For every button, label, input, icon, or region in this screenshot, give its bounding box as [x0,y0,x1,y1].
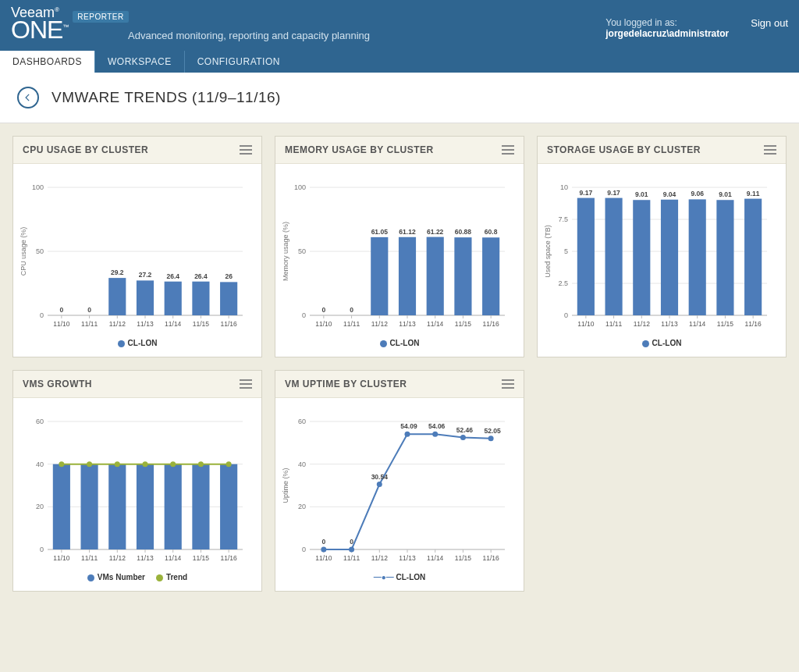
card-memory: MEMORY USAGE BY CLUSTER 050100Memory usa… [275,136,524,357]
signout-link[interactable]: Sign out [751,17,788,29]
legend-vms-1: VMs Number [98,573,145,581]
svg-text:11/15: 11/15 [717,320,734,328]
svg-text:52.46: 52.46 [456,426,474,434]
svg-point-177 [377,482,382,487]
svg-point-179 [405,432,410,437]
svg-rect-70 [482,237,499,315]
svg-text:60: 60 [36,418,44,425]
svg-text:26: 26 [225,272,233,280]
svg-text:30.54: 30.54 [371,473,389,481]
card-menu-memory[interactable] [502,145,514,155]
svg-text:5: 5 [564,247,568,255]
svg-text:0: 0 [59,306,63,314]
card-menu-cpu[interactable] [240,145,252,155]
svg-text:11/11: 11/11 [81,320,98,328]
svg-text:11/16: 11/16 [221,554,238,562]
card-title-vms: VMS GROWTH [23,379,92,389]
svg-text:0: 0 [350,538,353,546]
svg-point-181 [432,432,438,437]
svg-text:11/15: 11/15 [193,554,210,562]
tab-dashboards[interactable]: DASHBOARDS [0,51,95,73]
svg-text:11/11: 11/11 [343,320,360,328]
svg-text:0: 0 [40,546,44,553]
svg-text:100: 100 [294,183,306,191]
svg-text:61.05: 61.05 [371,228,389,236]
svg-text:9.01: 9.01 [635,190,648,198]
svg-text:9.06: 9.06 [691,190,704,197]
svg-text:11/13: 11/13 [399,320,416,328]
svg-text:0: 0 [321,538,325,546]
card-menu-storage[interactable] [764,145,776,155]
svg-rect-136 [81,464,98,549]
svg-text:20: 20 [298,503,306,510]
svg-text:11/16: 11/16 [483,320,500,328]
svg-text:50: 50 [36,247,44,255]
svg-text:Used space (TB): Used space (TB) [544,225,552,278]
svg-rect-135 [53,464,70,549]
title-bar: VMWARE TRENDS (11/9–11/16) [0,73,799,123]
svg-rect-110 [744,199,762,315]
card-menu-uptime[interactable] [502,379,514,389]
svg-text:29.2: 29.2 [111,268,124,276]
card-title-uptime: VM UPTIME BY CLUSTER [285,379,407,389]
svg-text:0: 0 [87,306,91,314]
svg-text:0: 0 [302,546,306,553]
svg-point-145 [143,461,148,467]
svg-text:0: 0 [321,306,325,314]
card-cpu: CPU USAGE BY CLUSTER 050100CPU usage (%)… [12,136,262,357]
svg-point-148 [226,461,232,467]
card-title-memory: MEMORY USAGE BY CLUSTER [285,144,434,155]
svg-text:9.01: 9.01 [719,190,732,198]
svg-text:0: 0 [302,311,306,319]
svg-text:50: 50 [298,247,306,255]
svg-text:9.17: 9.17 [580,189,593,197]
user-box: You logged in as: jorgedelacruz\administ… [605,17,788,39]
svg-text:CPU usage (%): CPU usage (%) [20,227,27,276]
svg-point-146 [170,461,176,467]
svg-text:0: 0 [40,311,44,319]
chart-uptime: 0204060Uptime (%)11/1011/1111/1211/1311/… [279,406,520,570]
svg-point-147 [198,461,204,467]
legend-cpu: CL-LON [128,339,158,347]
svg-rect-138 [137,464,154,549]
svg-point-143 [87,461,92,467]
svg-text:0: 0 [350,306,353,314]
svg-text:40: 40 [36,460,44,468]
back-button[interactable] [17,87,39,108]
svg-text:11/13: 11/13 [137,320,154,328]
svg-text:11/15: 11/15 [455,320,472,328]
reporter-badge: REPORTER [73,11,128,23]
svg-text:11/14: 11/14 [427,554,444,562]
svg-text:11/12: 11/12 [109,320,126,328]
svg-text:100: 100 [32,183,44,191]
card-menu-vms[interactable] [240,379,252,389]
svg-point-144 [115,461,120,467]
tab-workspace[interactable]: WORKSPACE [95,51,185,73]
svg-text:11/11: 11/11 [605,320,623,328]
svg-point-173 [321,547,326,553]
legend-memory: CL-LON [390,339,420,347]
svg-text:61.22: 61.22 [427,228,444,236]
svg-text:11/16: 11/16 [221,320,238,328]
svg-text:Uptime (%): Uptime (%) [282,468,289,503]
svg-text:11/14: 11/14 [165,320,182,328]
svg-text:11/16: 11/16 [483,554,500,562]
svg-text:11/11: 11/11 [343,554,360,562]
svg-text:27.2: 27.2 [139,271,152,279]
svg-text:2.5: 2.5 [558,279,568,287]
svg-text:9.11: 9.11 [747,190,760,197]
svg-text:11/14: 11/14 [427,320,444,328]
svg-text:60: 60 [298,418,306,425]
chart-cpu: 050100CPU usage (%)11/1011/1111/1211/131… [16,172,258,336]
svg-text:11/13: 11/13 [137,554,154,562]
tab-configuration[interactable]: CONFIGURATION [185,51,293,73]
svg-text:60.88: 60.88 [455,228,472,236]
brand-logo: Veeam® ONE™ REPORTER [11,6,129,41]
svg-rect-64 [399,237,416,315]
svg-text:11/10: 11/10 [315,320,332,328]
svg-rect-140 [192,464,209,549]
tagline: Advanced monitoring, reporting and capac… [128,30,370,41]
svg-point-175 [349,547,354,553]
card-uptime: VM UPTIME BY CLUSTER 0204060Uptime (%)11… [275,370,524,592]
app-header: Veeam® ONE™ REPORTER Advanced monitoring… [0,0,799,73]
